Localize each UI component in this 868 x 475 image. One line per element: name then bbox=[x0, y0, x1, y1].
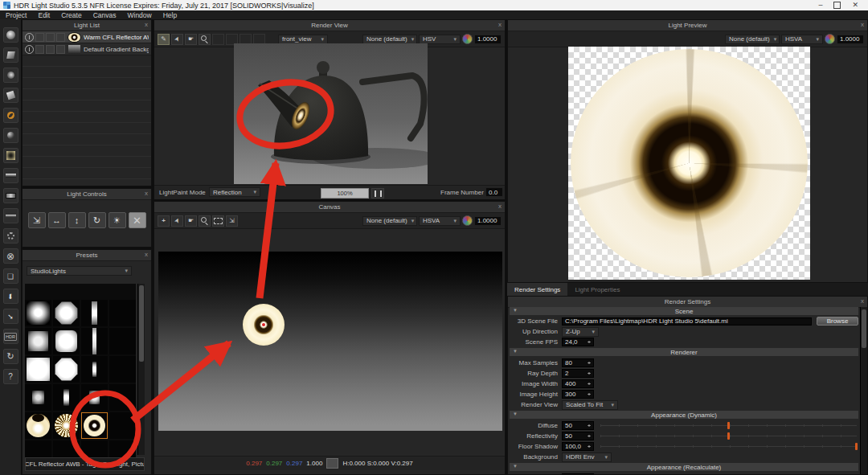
section-appearance-dynamic-header[interactable]: ▼Appearance (Dynamic) bbox=[510, 411, 858, 419]
light-list-row[interactable]: Default Gradient Background bbox=[23, 43, 151, 55]
exposure-value[interactable]: 1.0000 bbox=[837, 35, 864, 44]
scene-file-input[interactable]: C:\Program Files\Lightmap\HDR Light Stud… bbox=[562, 317, 812, 326]
section-renderer-header[interactable]: ▼Renderer bbox=[510, 348, 858, 356]
preset-thumb-glow-round[interactable] bbox=[25, 300, 51, 326]
light-name[interactable]: Default Gradient Background bbox=[84, 46, 149, 53]
tab-light-properties[interactable]: Light Properties bbox=[567, 283, 627, 296]
close-panel-icon[interactable]: x bbox=[145, 21, 148, 29]
lightpaint-mode-dropdown[interactable]: Reflection bbox=[209, 187, 260, 197]
close-panel-icon[interactable]: x bbox=[861, 21, 864, 29]
maximize-button[interactable] bbox=[833, 2, 841, 9]
preset-thumb-blank[interactable] bbox=[109, 412, 136, 439]
camera-view-dropdown[interactable]: front_view bbox=[278, 35, 328, 44]
close-button[interactable]: ✕ bbox=[852, 2, 858, 9]
settings-scrollbar[interactable] bbox=[860, 307, 867, 475]
close-panel-icon[interactable]: x bbox=[498, 21, 502, 29]
slider-handle[interactable] bbox=[855, 443, 858, 450]
lut-dropdown[interactable]: None (default) bbox=[362, 216, 417, 226]
tool-gradient-light-2-icon[interactable] bbox=[3, 208, 18, 223]
exposure-value[interactable]: 1.0000 bbox=[474, 216, 502, 226]
slider-handle[interactable] bbox=[727, 422, 730, 429]
preset-thumb-blank[interactable] bbox=[109, 300, 136, 326]
reflectivity-stepper[interactable]: 50 bbox=[562, 432, 594, 440]
color-wheel-icon[interactable] bbox=[462, 215, 473, 226]
toggle-button[interactable] bbox=[56, 45, 65, 54]
toggle-button[interactable] bbox=[56, 33, 65, 42]
canvas-image[interactable] bbox=[158, 252, 502, 431]
collapse-icon[interactable]: ▼ bbox=[513, 308, 518, 313]
close-panel-icon[interactable]: x bbox=[498, 203, 502, 211]
power-toggle-icon[interactable] bbox=[25, 45, 34, 54]
light-control-rotate-button[interactable] bbox=[88, 212, 106, 228]
close-panel-icon[interactable]: x bbox=[145, 190, 148, 198]
color-wheel-icon[interactable] bbox=[825, 34, 835, 44]
diffuse-stepper[interactable]: 50 bbox=[562, 421, 594, 430]
light-thumbnail[interactable] bbox=[68, 45, 80, 54]
tool-cube-light-icon[interactable] bbox=[3, 47, 18, 63]
power-toggle-icon[interactable] bbox=[25, 33, 34, 42]
tool-move-canvas-arrow-icon[interactable] bbox=[3, 289, 18, 304]
max-samples-stepper[interactable]: 80 bbox=[562, 358, 594, 367]
preset-thumb-square-soft[interactable] bbox=[25, 328, 51, 354]
preset-thumb-warm-sunburst[interactable] bbox=[53, 412, 80, 439]
preset-thumb-octagon-bright[interactable] bbox=[53, 356, 80, 383]
up-direction-dropdown[interactable]: Z-Up bbox=[562, 327, 599, 337]
tool-image-light-icon[interactable] bbox=[3, 188, 18, 203]
image-height-stepper[interactable]: 300 bbox=[562, 390, 594, 399]
browse-button[interactable]: Browse bbox=[817, 317, 858, 326]
pause-button[interactable] bbox=[371, 188, 384, 199]
section-scene-header[interactable]: ▼Scene bbox=[510, 307, 858, 315]
preset-thumb-blank[interactable] bbox=[109, 384, 136, 411]
pan-tool-icon[interactable]: ☛ bbox=[185, 34, 197, 45]
color-model-dropdown[interactable]: HSVA bbox=[419, 216, 461, 226]
toggle-button[interactable] bbox=[35, 33, 44, 42]
tool-emitter-light-icon[interactable] bbox=[3, 148, 18, 163]
tool-delete-light-icon[interactable] bbox=[3, 248, 18, 264]
tab-render-settings[interactable]: Render Settings bbox=[507, 283, 567, 296]
preset-thumb-blank[interactable] bbox=[109, 328, 136, 354]
preset-thumb-bar-small[interactable] bbox=[81, 356, 108, 383]
preset-thumb-square-bright[interactable] bbox=[25, 356, 51, 383]
menu-Edit[interactable]: Edit bbox=[32, 11, 55, 19]
scene-fps-stepper[interactable]: 24,0 bbox=[562, 338, 594, 346]
lut-dropdown[interactable]: None (default) bbox=[725, 35, 780, 44]
preset-thumb-square-tiny[interactable] bbox=[81, 384, 108, 411]
pointer-tool-icon[interactable]: ➤ bbox=[171, 215, 183, 227]
tool-scatter-light-icon[interactable] bbox=[3, 108, 18, 123]
light-control-disabled-button[interactable] bbox=[129, 212, 146, 228]
pointer-tool-icon[interactable]: ➤ bbox=[171, 34, 183, 45]
toolbar-slot[interactable] bbox=[212, 34, 224, 45]
color-wheel-icon[interactable] bbox=[462, 34, 473, 44]
light-list-row[interactable]: Warm CFL Reflector AWB bbox=[23, 31, 151, 43]
collapse-icon[interactable]: ▼ bbox=[513, 412, 518, 416]
minimize-button[interactable]: – bbox=[818, 2, 822, 9]
zoom-tool-icon[interactable] bbox=[199, 34, 211, 45]
menu-Create[interactable]: Create bbox=[55, 11, 88, 19]
preset-thumb-rect-soft[interactable] bbox=[25, 384, 51, 411]
preset-category-dropdown[interactable]: StudioLights bbox=[27, 266, 132, 276]
color-model-dropdown[interactable]: HSVA bbox=[781, 35, 823, 44]
render-view-mode-dropdown[interactable]: Scaled To Fit bbox=[562, 400, 618, 410]
pan-tool-icon[interactable]: ☛ bbox=[185, 215, 197, 227]
tool-plane-light-icon[interactable] bbox=[3, 88, 18, 103]
canvas-light-blob[interactable] bbox=[243, 304, 285, 346]
toggle-button[interactable] bbox=[35, 45, 44, 54]
close-panel-icon[interactable]: x bbox=[145, 251, 148, 259]
toggle-button[interactable] bbox=[46, 33, 55, 42]
light-control-stretch-width-button[interactable] bbox=[48, 212, 66, 228]
preset-thumb-square-rounded[interactable] bbox=[53, 328, 80, 354]
exposure-value[interactable]: 1.0000 bbox=[474, 35, 502, 44]
preset-thumb-warm-donut-selected[interactable] bbox=[81, 412, 108, 439]
diffuse-slider[interactable] bbox=[600, 422, 857, 429]
tool-hdr-refresh-icon[interactable] bbox=[3, 349, 18, 364]
presets-scrollbar[interactable] bbox=[137, 284, 145, 455]
slider-handle[interactable] bbox=[727, 432, 730, 440]
tool-sphere-light-2-icon[interactable] bbox=[3, 68, 18, 83]
image-width-stepper[interactable]: 400 bbox=[562, 379, 594, 388]
tool-move-render-arrow-icon[interactable] bbox=[3, 309, 18, 324]
preset-thumb-blank[interactable] bbox=[109, 356, 136, 383]
tool-sphere-light-icon[interactable] bbox=[3, 27, 18, 43]
tool-ring-light-icon[interactable] bbox=[3, 228, 18, 244]
preset-thumb-warm-spot[interactable] bbox=[25, 412, 51, 439]
preset-thumb-glow-octagon[interactable] bbox=[53, 300, 80, 326]
